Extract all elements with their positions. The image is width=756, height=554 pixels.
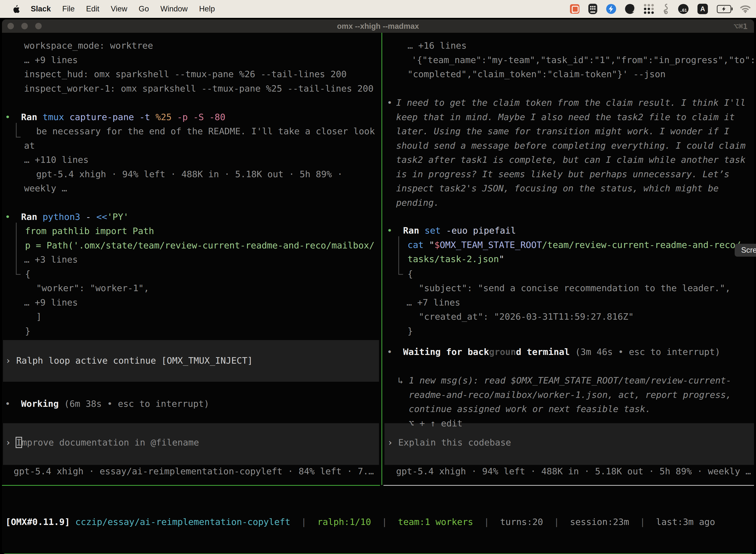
stats-badge-icon[interactable]: ..61: [678, 4, 689, 14]
left-py-import: from pathlib import Path: [25, 225, 154, 237]
omx-version-badge: [OMX#0.11.9]: [5, 517, 70, 527]
thinking-line: later. Using the same for transition mig…: [396, 126, 730, 137]
omx-turns: turns:20: [500, 517, 543, 527]
right-input-line[interactable]: › Explain this codebase: [387, 437, 511, 448]
menu-item-window[interactable]: Window: [160, 4, 188, 13]
terminal-window: omx --xhigh --madmax ⌥⌘1 workspace_mode:…: [2, 19, 754, 554]
thinking-line: keep that in mind. Maybe I also need the…: [396, 111, 735, 123]
run-bullet-icon: •: [387, 225, 392, 235]
output-indent-guide: [398, 236, 403, 275]
pie-app-icon[interactable]: [625, 4, 635, 14]
menu-item-view[interactable]: View: [111, 4, 127, 13]
menu-item-help[interactable]: Help: [199, 4, 215, 13]
edit-shortcut-hint: ⌥ + ↑ edit: [409, 418, 462, 429]
left-cmd-tmux: • Ran tmux capture-pane -t %25 -p -S -80: [5, 111, 226, 123]
chevron-prompt-icon: ›: [387, 437, 393, 447]
thinking-line: pending.: [396, 197, 439, 209]
mailbox-msg-arrow: ↳: [398, 375, 403, 386]
working-status-line: • Working (6m 38s • esc to interrupt): [5, 398, 209, 409]
left-line-more9b: … +9 lines: [24, 297, 78, 308]
right-json-close-brace: }: [407, 325, 413, 337]
right-json-open-brace: {: [407, 268, 413, 280]
mailbox-msg-line: continue assigned work or next feasible …: [409, 403, 650, 415]
lightning-app-icon[interactable]: [606, 4, 616, 14]
pane-divider[interactable]: [381, 33, 382, 485]
left-json-close-bracket: ]: [36, 311, 42, 322]
left-line-more9: … +9 lines: [24, 54, 78, 66]
left-out-at: at: [24, 140, 35, 151]
right-json-arg1: '{"team_name":"my-team","task_id":"1","f…: [412, 54, 754, 66]
thinking-line: inspect task2's JSON, focusing on the st…: [396, 183, 718, 194]
menu-item-slack[interactable]: Slack: [31, 4, 51, 13]
left-model-status-line: gpt-5.4 xhigh · essay/ai-reimplementatio…: [14, 466, 374, 477]
window-shortcut-badge: ⌥⌘1: [734, 22, 748, 31]
omx-session-time: session:23m: [570, 517, 629, 527]
left-line-workspace-mode: workspace_mode: worktree: [24, 40, 153, 51]
left-pane-bottom-border: [2, 485, 380, 486]
text-cursor: I: [16, 437, 21, 447]
output-indent-guide: [16, 223, 20, 275]
thinking-line: I need to get the claim token from the c…: [396, 97, 746, 108]
left-input-line[interactable]: › Improve documentation in @filename: [5, 437, 199, 448]
omx-last-activity: last:3m ago: [656, 517, 715, 527]
window-title: omx --xhigh --madmax: [2, 22, 754, 31]
input-source-icon[interactable]: A: [697, 4, 708, 14]
window-title-bar[interactable]: omx --xhigh --madmax ⌥⌘1: [2, 19, 754, 33]
left-json-close-brace: }: [25, 325, 30, 337]
menu-items: Slack File Edit View Go Window Help: [31, 4, 215, 13]
battery-icon[interactable]: [717, 5, 731, 13]
left-usage-line2: weekly …: [24, 183, 67, 194]
omx-repo-path: cczip/essay/ai-reimplementation-copyleft: [75, 517, 291, 527]
output-indent-guide: [16, 123, 20, 137]
thinking-line: should send a message before completing …: [396, 140, 746, 151]
wifi-icon[interactable]: [740, 5, 751, 13]
screen-record-icon[interactable]: [570, 4, 579, 14]
status-bullet-icon: •: [5, 399, 10, 409]
mailbox-msg-line: readme-and-reco/mailbox/worker-1.json, a…: [409, 389, 731, 401]
omx-ralph-count: ralph:1/10: [317, 517, 371, 527]
run-bullet-icon: •: [5, 112, 10, 122]
chevron-prompt-icon: ›: [5, 437, 11, 447]
status-bullet-icon: •: [387, 347, 392, 357]
omx-team-workers: team:1 workers: [398, 517, 473, 527]
menu-item-file[interactable]: File: [62, 4, 75, 13]
left-usage-line1: gpt-5.4 xhigh · 94% left · 488K in · 5.1…: [36, 169, 342, 180]
right-line-more7: … +7 lines: [406, 297, 460, 308]
dots-grid-icon[interactable]: [644, 4, 654, 14]
menu-item-edit[interactable]: Edit: [86, 4, 99, 13]
screenshot-overlay-button[interactable]: Scre: [735, 244, 756, 257]
left-json-worker: "worker": "worker-1",: [36, 282, 149, 294]
right-cmd-cat: cat "$OMX_TEAM_STATE_ROOT/team/review-cu…: [407, 239, 741, 251]
left-line-more110: … +110 lines: [24, 154, 88, 166]
right-cmd-set: • Ran set -euo pipefail: [387, 225, 516, 236]
right-cmd-cat-2: tasks/task-2.json": [407, 254, 504, 265]
macos-menu-bar: Slack File Edit View Go Window Help ..61…: [0, 0, 756, 18]
keyboard-shield-icon[interactable]: [588, 4, 597, 14]
menu-item-go[interactable]: Go: [139, 4, 149, 13]
right-json-created-at: "created_at": "2026-03-31T11:59:27.816Z": [419, 311, 634, 322]
right-line-more16: … +16 lines: [407, 40, 466, 51]
mailbox-msg-line: 1 new msg(s): read $OMX_TEAM_STATE_ROOT/…: [409, 375, 731, 386]
thinking-line: task2 after task1 is complete, but can I…: [396, 154, 746, 166]
right-model-status-line: gpt-5.4 xhigh · 94% left · 488K in · 5.1…: [396, 466, 751, 477]
right-json-arg2: "completed","claim_token":"claim-token"}…: [407, 68, 666, 80]
right-json-subject: "subject": "send a concise recommendatio…: [419, 282, 731, 294]
squiggle-icon[interactable]: [663, 4, 669, 14]
right-pane-bottom-border: [383, 485, 754, 486]
left-out-necessary: be necessary for the end of the README. …: [36, 126, 375, 137]
left-py-path: p = Path('.omx/state/team/review-current…: [25, 240, 375, 251]
left-line-inspect-worker: inspect_worker-1: omx sparkshell --tmux-…: [24, 83, 374, 94]
thinking-line: is in progress? It seems likely but perh…: [396, 169, 730, 180]
waiting-status-line: • Waiting for background terminal (3m 46…: [387, 346, 720, 358]
left-line-more3: … +3 lines: [24, 254, 78, 265]
thinking-bullet: •: [387, 97, 392, 108]
chevron-prompt-icon: ›: [5, 355, 11, 366]
menu-status-icons: ..61 A: [570, 4, 751, 14]
left-line-inspect-hud: inspect_hud: omx sparkshell --tmux-pane …: [24, 68, 346, 80]
ralph-loop-line: › Ralph loop active continue [OMX_TMUX_I…: [5, 355, 253, 366]
apple-menu-icon[interactable]: [12, 4, 20, 13]
omx-session-status: [OMX#0.11.9] cczip/essay/ai-reimplementa…: [5, 516, 715, 528]
left-cmd-python: • Ran python3 - <<'PY': [5, 211, 129, 223]
screen: Slack File Edit View Go Window Help ..61…: [0, 0, 756, 554]
left-json-open-brace: {: [25, 268, 30, 280]
